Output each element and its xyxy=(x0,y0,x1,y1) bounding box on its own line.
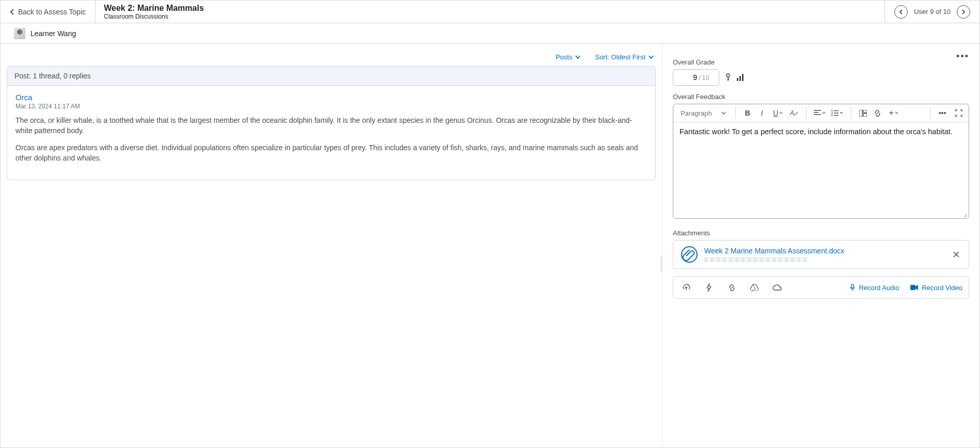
feedback-tools-bar: Record Audio Record Video xyxy=(673,276,969,299)
svg-rect-15 xyxy=(863,110,867,113)
upload-file-button[interactable] xyxy=(679,281,693,294)
chevron-down-icon xyxy=(721,111,726,115)
close-icon xyxy=(953,251,959,258)
svg-point-9 xyxy=(832,113,833,114)
chevron-down-icon xyxy=(840,111,843,115)
onedrive-button[interactable] xyxy=(770,281,784,294)
list-icon xyxy=(831,110,839,116)
topic-header: Week 2: Marine Mammals Classroom Discuss… xyxy=(96,1,884,23)
grade-input-box: / 10 xyxy=(673,69,719,86)
statistics-icon[interactable] xyxy=(737,74,744,81)
post-title[interactable]: Orca xyxy=(15,93,647,102)
chevron-down-icon xyxy=(575,55,580,59)
quicklink-button[interactable] xyxy=(702,281,716,294)
feedback-textarea[interactable]: Fantastic work! To get a perfect score, … xyxy=(673,122,969,218)
record-video-label: Record Video xyxy=(922,284,962,292)
attachment-item: Week 2 Marine Mammals Assessment.docx xyxy=(673,240,969,269)
sort-filter-label: Sort: Oldest First xyxy=(595,53,645,61)
italic-button[interactable]: I xyxy=(755,106,769,120)
editor-toolbar: Paragraph B I U A xyxy=(673,104,969,122)
svg-rect-16 xyxy=(863,114,867,117)
record-audio-label: Record Audio xyxy=(859,284,899,292)
chevron-down-icon xyxy=(895,111,898,115)
svg-rect-18 xyxy=(851,284,853,288)
user-navigation: User 9 of 10 xyxy=(884,1,979,23)
post-content: The orca, or killer whale, is a toothed … xyxy=(15,115,647,163)
post-card: Post: 1 thread, 0 replies Orca Mar 13, 2… xyxy=(7,66,656,180)
svg-point-8 xyxy=(832,110,833,111)
bolt-icon xyxy=(706,283,712,292)
insert-media-button[interactable] xyxy=(857,106,870,120)
video-icon xyxy=(910,284,919,291)
feedback-text: Fantastic work! To get a perfect score, … xyxy=(679,127,953,136)
post-summary: Post: 1 thread, 0 replies xyxy=(7,67,655,86)
link-button[interactable] xyxy=(725,281,738,294)
microphone-icon xyxy=(849,284,856,291)
next-user-button[interactable] xyxy=(957,5,970,19)
align-button[interactable] xyxy=(812,106,828,120)
svg-line-4 xyxy=(794,112,798,116)
back-label: Back to Assess Topic xyxy=(18,8,86,16)
sort-filter[interactable]: Sort: Oldest First xyxy=(595,53,654,61)
align-icon xyxy=(814,110,821,116)
avatar xyxy=(14,28,25,39)
user-count-label: User 9 of 10 xyxy=(914,8,951,15)
underline-button[interactable]: U xyxy=(770,106,786,120)
chevron-left-icon xyxy=(10,9,15,15)
insert-link-button[interactable] xyxy=(871,106,884,120)
posts-filter[interactable]: Posts xyxy=(556,53,581,61)
topic-title: Week 2: Marine Mammals xyxy=(104,4,876,13)
fullscreen-button[interactable] xyxy=(952,106,966,120)
chevron-left-icon xyxy=(899,9,903,14)
clear-format-icon: A xyxy=(790,109,798,117)
cloud-icon xyxy=(772,284,782,291)
posts-filter-label: Posts xyxy=(556,53,573,61)
chevron-down-icon xyxy=(822,111,826,115)
feedback-editor: Paragraph B I U A xyxy=(673,104,969,219)
overall-feedback-label: Overall Feedback xyxy=(673,93,969,101)
svg-rect-19 xyxy=(910,285,915,290)
post-paragraph: Orcas are apex predators with a diverse … xyxy=(15,142,647,164)
paragraph-style-dropdown[interactable]: Paragraph xyxy=(676,109,730,117)
insert-more-button[interactable]: + xyxy=(886,106,902,120)
link-icon xyxy=(728,284,736,292)
grade-max: 10 xyxy=(702,74,709,82)
svg-point-0 xyxy=(726,74,730,77)
toolbar-more-button[interactable]: ••• xyxy=(936,106,949,120)
learner-name: Learner Wang xyxy=(30,29,76,38)
chevron-right-icon xyxy=(961,9,966,14)
remove-attachment-button[interactable] xyxy=(951,249,961,260)
bold-button[interactable]: B xyxy=(741,106,754,120)
grade-separator: / xyxy=(699,74,701,82)
record-video-button[interactable]: Record Video xyxy=(910,284,962,292)
fullscreen-icon xyxy=(955,109,962,117)
svg-rect-14 xyxy=(859,110,862,117)
svg-point-10 xyxy=(832,115,833,116)
overall-grade-label: Overall Grade xyxy=(673,58,969,66)
media-icon xyxy=(859,110,867,117)
clear-formatting-button[interactable]: A xyxy=(787,106,801,120)
upload-icon xyxy=(682,284,690,291)
attachment-meta-redacted xyxy=(704,257,808,262)
paragraph-style-label: Paragraph xyxy=(681,109,712,117)
editor-resize-handle[interactable] xyxy=(962,212,968,217)
record-audio-button[interactable]: Record Audio xyxy=(849,284,899,292)
google-drive-icon xyxy=(750,284,758,291)
learner-bar: Learner Wang xyxy=(1,23,979,44)
google-drive-button[interactable] xyxy=(748,281,761,294)
grade-input[interactable] xyxy=(683,73,697,82)
svg-text:A: A xyxy=(790,109,794,117)
back-to-assess-topic[interactable]: Back to Assess Topic xyxy=(1,1,96,23)
attachments-label: Attachments xyxy=(673,229,969,237)
prev-user-button[interactable] xyxy=(894,5,908,19)
attachment-icon xyxy=(681,246,698,263)
link-icon xyxy=(874,109,881,117)
grade-key-icon[interactable] xyxy=(724,73,732,82)
list-button[interactable] xyxy=(829,106,846,120)
attachment-name[interactable]: Week 2 Marine Mammals Assessment.docx xyxy=(704,247,945,255)
topic-subtitle: Classroom Discussions xyxy=(104,13,876,20)
post-paragraph: The orca, or killer whale, is a toothed … xyxy=(15,115,647,136)
more-actions-button[interactable]: ••• xyxy=(956,51,969,62)
chevron-down-icon xyxy=(649,55,654,59)
chevron-down-icon xyxy=(779,111,783,115)
